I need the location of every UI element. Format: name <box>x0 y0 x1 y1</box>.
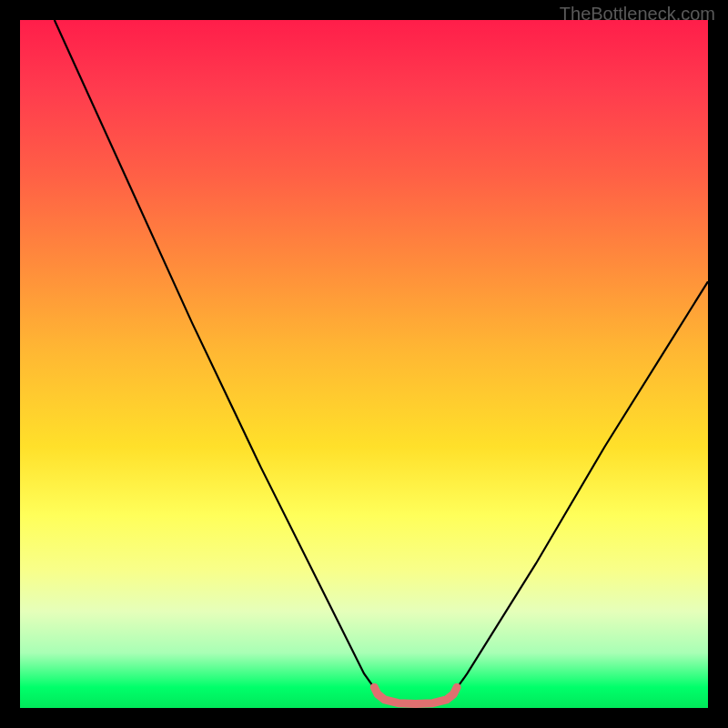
chart-svg <box>20 20 708 708</box>
bottleneck-curve <box>55 20 708 704</box>
highlight-segment <box>374 687 457 703</box>
watermark-text: TheBottleneck.com <box>560 4 715 25</box>
